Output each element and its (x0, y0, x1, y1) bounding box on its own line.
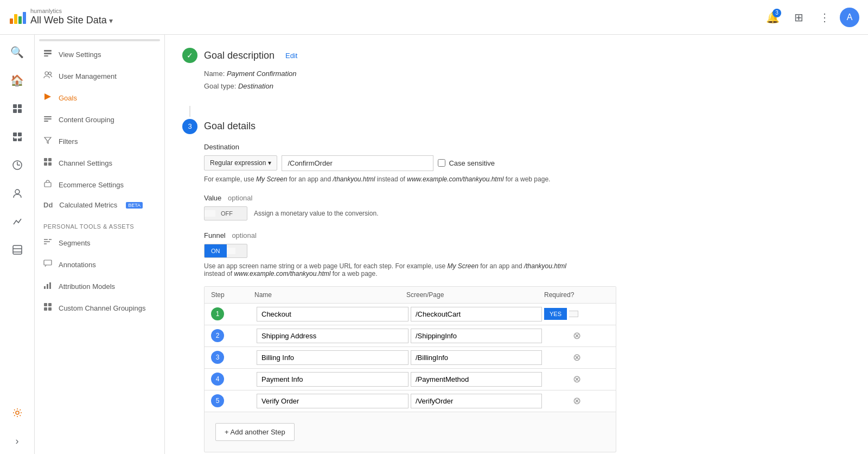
step-1-no-side[interactable] (569, 311, 578, 317)
nav-behavior[interactable] (4, 237, 30, 263)
value-label: Value (204, 194, 221, 202)
more-options-button[interactable]: ⋮ (814, 7, 835, 28)
step-3-name-input[interactable] (257, 350, 409, 365)
svg-rect-28 (44, 116, 52, 117)
svg-point-25 (45, 72, 48, 75)
calculated-metrics-icon: Dd (43, 201, 53, 209)
sidebar-item-view-settings[interactable]: View Settings (35, 43, 164, 65)
value-toggle-off-label[interactable]: OFF (215, 207, 238, 220)
nav-audience[interactable] (4, 180, 30, 206)
svg-point-21 (16, 411, 19, 414)
apps-grid-icon: ⊞ (794, 11, 803, 24)
step-3-page-input[interactable] (411, 350, 542, 365)
svg-rect-33 (44, 162, 47, 166)
user-avatar[interactable]: A (840, 8, 859, 27)
step-1-page-input[interactable] (411, 307, 542, 321)
sidebar-item-user-management[interactable]: User Management (35, 65, 164, 87)
table-row: 4 ⊗ (205, 369, 616, 390)
step-5-page-input[interactable] (411, 394, 542, 408)
step-1-name-input[interactable] (257, 307, 409, 321)
funnel-toggle-on[interactable]: ON (205, 244, 227, 257)
view-settings-icon (43, 49, 52, 60)
dropdown-label: Regular expression (210, 159, 266, 167)
header-actions: 🔔 3 ⊞ ⋮ A (762, 7, 859, 28)
svg-rect-44 (44, 303, 47, 306)
nav-dashboard[interactable] (4, 96, 30, 122)
assign-hint: Assign a monetary value to the conversio… (254, 210, 378, 217)
svg-rect-47 (48, 307, 52, 311)
svg-rect-35 (44, 182, 51, 187)
nav-reports[interactable] (4, 152, 30, 178)
sidebar-item-calculated-metrics[interactable]: Dd Calculated Metrics BETA (35, 196, 164, 215)
expression-type-dropdown[interactable]: Regular expression ▾ (204, 155, 277, 171)
sidebar-item-filters[interactable]: Filters (35, 130, 164, 152)
step-4-remove-button[interactable]: ⊗ (544, 373, 609, 385)
table-row: 1 YES (205, 304, 616, 325)
nav-admin[interactable] (4, 400, 30, 426)
col-name: Name (254, 291, 406, 299)
sidebar-item-goals[interactable]: Goals (35, 87, 164, 109)
sidebar-label-annotations: Annotations (59, 261, 96, 269)
sidebar-label-custom-channel-groupings: Custom Channel Groupings (59, 304, 145, 312)
sidebar-scrollbar (39, 39, 160, 41)
goal-details-section: 3 Goal details Destination Regular expre… (182, 119, 851, 452)
nav-add-widget[interactable] (4, 124, 30, 150)
nav-home[interactable]: 🏠 (4, 67, 30, 93)
value-toggle-left-side[interactable] (205, 210, 215, 217)
step-3-remove-button[interactable]: ⊗ (544, 351, 609, 363)
goal-description-info: Name: Payment Confirmation Goal type: De… (204, 67, 851, 93)
funnel-hint-page: /thankyou.html (524, 262, 566, 270)
content-grouping-icon (43, 114, 52, 125)
svg-rect-46 (44, 307, 47, 311)
destination-input[interactable] (282, 155, 433, 171)
site-dropdown-arrow[interactable]: ▾ (109, 16, 113, 26)
svg-rect-18 (13, 245, 22, 254)
edit-link[interactable]: Edit (285, 52, 297, 60)
sidebar-item-annotations[interactable]: Annotations (35, 254, 164, 275)
value-toggle[interactable]: OFF (204, 206, 247, 220)
step-2-name-input[interactable] (257, 329, 409, 343)
sidebar-item-custom-channel-groupings[interactable]: Custom Channel Groupings (35, 297, 164, 319)
step-2-remove-button[interactable]: ⊗ (544, 330, 609, 342)
sidebar-item-channel-settings[interactable]: Channel Settings (35, 152, 164, 174)
svg-rect-43 (49, 282, 51, 289)
sidebar-item-content-grouping[interactable]: Content Grouping (35, 109, 164, 130)
svg-rect-22 (44, 50, 52, 52)
ecommerce-settings-icon (43, 179, 52, 190)
sidebar-label-view-settings: View Settings (59, 51, 101, 59)
step-2-page-input[interactable] (411, 329, 542, 343)
step-5-name-input[interactable] (257, 394, 409, 408)
notifications-button[interactable]: 🔔 3 (762, 7, 783, 28)
goal-description-section: ✓ Goal description Edit Name: Payment Co… (182, 48, 851, 93)
add-step-button[interactable]: + Add another Step (215, 423, 295, 441)
step-1-circle: 1 (211, 307, 224, 320)
svg-rect-29 (44, 118, 52, 119)
apps-button[interactable]: ⊞ (788, 7, 809, 28)
avatar-initial: A (847, 12, 853, 22)
logo: humanlytics All Web Site Data ▾ (9, 8, 113, 27)
step-1-yes-button[interactable]: YES (544, 308, 567, 320)
step-4-page-input[interactable] (411, 372, 542, 387)
expand-nav-button[interactable]: › (4, 428, 30, 454)
destination-label: Destination (204, 143, 851, 151)
sidebar-item-segments[interactable]: Segments (35, 232, 164, 254)
svg-rect-7 (18, 109, 22, 113)
case-sensitive-checkbox[interactable] (438, 159, 445, 167)
sidebar-item-attribution-models[interactable]: Attribution Models (35, 275, 164, 297)
nav-search[interactable]: 🔍 (4, 39, 30, 65)
goal-name-value: Payment Confirmation (227, 70, 297, 78)
funnel-toggle-off-side[interactable] (227, 248, 235, 254)
step-4-name-input[interactable] (257, 372, 409, 387)
nav-acquisition[interactable] (4, 209, 30, 235)
type-label: Goal type: (204, 82, 236, 90)
segments-icon (43, 237, 52, 248)
svg-rect-9 (18, 133, 22, 136)
step-5-remove-button[interactable]: ⊗ (544, 395, 609, 407)
funnel-toggle[interactable]: ON (204, 244, 247, 258)
svg-rect-2 (18, 16, 22, 24)
header: humanlytics All Web Site Data ▾ 🔔 3 ⊞ ⋮ … (0, 0, 868, 35)
svg-rect-41 (44, 286, 46, 289)
site-name[interactable]: All Web Site Data ▾ (30, 15, 113, 27)
app-name: humanlytics (30, 8, 113, 15)
sidebar-item-ecommerce-settings[interactable]: Ecommerce Settings (35, 174, 164, 196)
